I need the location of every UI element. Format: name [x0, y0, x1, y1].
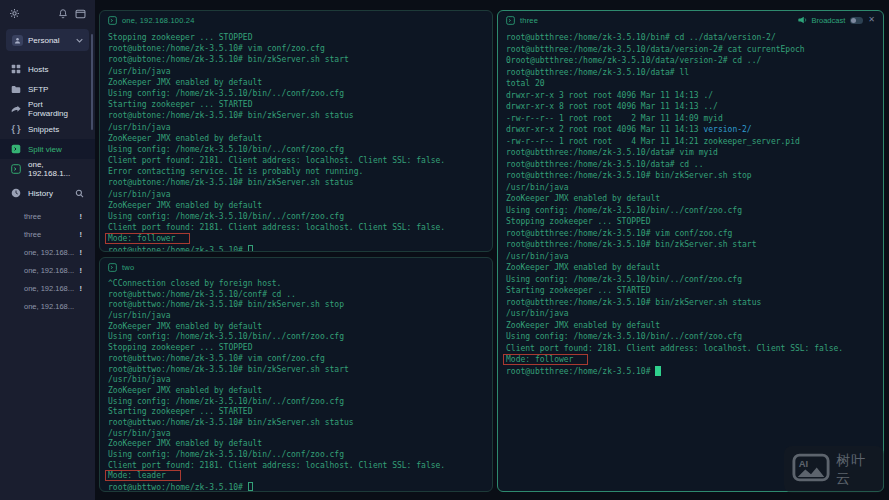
terminal-line: Using config: /home/zk-3.5.10/bin/../con… — [108, 211, 484, 222]
terminal-line: Starting zookeeper ... STARTED — [108, 99, 484, 110]
terminal-line: ^CConnection closed by foreign host. — [108, 279, 484, 290]
terminal-line: Mode: follower — [506, 354, 875, 366]
sftp-folder-icon — [11, 85, 21, 94]
terminal-line: root@ubtthree:/home/zk-3.5.10# bin/zkSer… — [506, 239, 875, 251]
history-item[interactable]: three! — [0, 225, 95, 243]
terminal-pane-three[interactable]: three Broadcast ✕ root@ubtthree:/home/zk… — [497, 10, 884, 492]
terminal-line: root@ubtthree:/home/zk-3.5.10/data# vim … — [506, 147, 875, 159]
history-item-label: three — [24, 230, 41, 239]
port-forwarding-icon — [11, 105, 21, 114]
terminal-line: root@ubtone:/home/zk-3.5.10# — [108, 245, 484, 252]
hosts-icon — [11, 64, 21, 74]
terminal-line: root@ubtthree:/home/zk-3.5.10/data# ll — [506, 67, 875, 79]
sidebar-item-session-one[interactable]: one, 192.168.1... — [0, 159, 95, 179]
sidebar-scrollbar[interactable] — [91, 34, 93, 130]
terminal-line: Starting zookeeper ... STARTED — [506, 285, 875, 297]
sidebar-top-bar — [0, 0, 95, 25]
terminal-output[interactable]: Stopping zookeeper ... STOPPEDroot@ubton… — [100, 29, 492, 252]
search-icon[interactable] — [74, 189, 84, 198]
svg-text:AI: AI — [799, 458, 809, 469]
sidebar-item-history[interactable]: History — [0, 183, 95, 203]
terminal-session-icon — [11, 164, 21, 174]
app-window: Personal Hosts SFTP — [0, 0, 889, 500]
terminal-line: ZooKeeper JMX enabled by default — [108, 200, 484, 211]
terminal-output[interactable]: ^CConnection closed by foreign host.root… — [100, 276, 492, 492]
terminal-line: Using config: /home/zk-3.5.10/bin/../con… — [506, 205, 875, 217]
history-item[interactable]: one, 192.168...! — [0, 279, 95, 297]
close-icon[interactable]: ✕ — [868, 16, 875, 24]
terminal-line: /usr/bin/java — [108, 122, 484, 133]
terminal-line: Mode: leader — [108, 471, 484, 482]
terminal-line: ZooKeeper JMX enabled by default — [506, 193, 875, 205]
sidebar-item-sftp[interactable]: SFTP — [0, 79, 95, 99]
terminal-line: ZooKeeper JMX enabled by default — [506, 262, 875, 274]
terminal-pane-two[interactable]: two ^CConnection closed by foreign host.… — [99, 257, 493, 492]
terminal-prompt-icon — [108, 263, 117, 272]
terminal-line: root@ubttwo:/home/zk-3.5.10/conf# cd .. — [108, 290, 484, 301]
bell-icon[interactable] — [58, 8, 68, 19]
terminal-line: root@ubttwo:/home/zk-3.5.10# vim conf/zo… — [108, 354, 484, 365]
sidebar-item-port-forwarding[interactable]: Port Forwarding — [0, 99, 95, 119]
terminal-line: Client port found: 2181. Client address:… — [108, 222, 484, 233]
terminal-line: 0root@ubtthree:/home/zk-3.5.10/data/vers… — [506, 55, 875, 67]
history-item[interactable]: one, 192.168...! — [0, 243, 95, 261]
history-item-label: one, 192.168... — [24, 302, 74, 311]
sidebar-item-hosts[interactable]: Hosts — [0, 59, 95, 79]
workspace-selector[interactable]: Personal — [6, 29, 89, 51]
terminal-line: root@ubtthree:/home/zk-3.5.10/data/versi… — [506, 44, 875, 56]
terminal-line: /usr/bin/java — [108, 429, 484, 440]
terminal-line: root@ubtthree:/home/zk-3.5.10# — [506, 366, 875, 378]
terminal-line: /usr/bin/java — [108, 375, 484, 386]
terminal-line: /usr/bin/java — [108, 311, 484, 322]
workspace-avatar — [12, 35, 23, 46]
terminal-line: root@ubtthree:/home/zk-3.5.10/data# cd .… — [506, 159, 875, 171]
terminal-line: Stopping zookeeper ... STOPPED — [108, 32, 484, 43]
new-window-icon[interactable] — [75, 9, 86, 19]
terminal-line: ZooKeeper JMX enabled by default — [108, 439, 484, 450]
terminal-line: root@ubttwo:/home/zk-3.5.10# bin/zkServe… — [108, 418, 484, 429]
history-item[interactable]: one, 192.168...! — [0, 261, 95, 279]
sidebar-item-label: Port Forwarding — [28, 100, 84, 118]
watermark-logo-icon: AI — [792, 453, 830, 486]
terminal-line: root@ubttwo:/home/zk-3.5.10# bin/zkServe… — [108, 365, 484, 376]
broadcast-toggle[interactable] — [850, 17, 863, 24]
terminal-line: root@ubtthree:/home/zk-3.5.10# bin/zkSer… — [506, 170, 875, 182]
terminal-line: Using config: /home/zk-3.5.10/bin/../con… — [506, 274, 875, 286]
split-view-icon — [11, 144, 21, 154]
terminal-prompt-icon — [108, 16, 117, 25]
sidebar-item-label: History — [28, 189, 53, 198]
history-item-label: one, 192.168... — [24, 284, 74, 293]
history-item-label: one, 192.168... — [24, 266, 74, 275]
history-item-badge: ! — [80, 266, 83, 275]
terminal-line: /usr/bin/java — [506, 251, 875, 263]
terminal-line: root@ubtone:/home/zk-3.5.10# vim conf/zo… — [108, 43, 484, 54]
workspace-label: Personal — [28, 36, 71, 45]
history-clock-icon — [11, 188, 21, 198]
terminal-line: Mode: follower — [108, 233, 484, 244]
snippets-icon: { } — [11, 124, 21, 134]
terminal-line: root@ubtone:/home/zk-3.5.10# bin/zkServe… — [108, 54, 484, 65]
pane-title: one, 192.168.100.24 — [122, 16, 195, 25]
terminal-line: /usr/bin/java — [506, 182, 875, 194]
terminal-prompt-icon — [506, 16, 515, 25]
sidebar-item-label: Hosts — [28, 65, 48, 74]
sidebar-item-snippets[interactable]: { } Snippets — [0, 119, 95, 139]
history-item[interactable]: one, 192.168... — [0, 297, 95, 315]
terminal-line: ZooKeeper JMX enabled by default — [108, 133, 484, 144]
history-item-badge: ! — [80, 284, 83, 293]
terminal-pane-one[interactable]: one, 192.168.100.24 Stopping zookeeper .… — [99, 10, 493, 252]
terminal-line: Using config: /home/zk-3.5.10/bin/../con… — [108, 144, 484, 155]
pane-title: two — [122, 263, 134, 272]
terminal-line: root@ubttwo:/home/zk-3.5.10# — [108, 482, 484, 492]
terminal-line: ZooKeeper JMX enabled by default — [108, 77, 484, 88]
pane-header: two — [100, 258, 492, 276]
sidebar-item-split-view[interactable]: Split view — [0, 139, 95, 159]
terminal-output[interactable]: root@ubtthree:/home/zk-3.5.10/bin# cd ..… — [498, 29, 883, 377]
terminal-line: ZooKeeper JMX enabled by default — [506, 320, 875, 332]
history-item[interactable]: three! — [0, 207, 95, 225]
terminal-line: root@ubtthree:/home/zk-3.5.10# bin/zkSer… — [506, 297, 875, 309]
terminal-line: /usr/bin/java — [506, 308, 875, 320]
history-item-label: one, 192.168... — [24, 248, 74, 257]
gear-icon[interactable] — [9, 8, 20, 19]
terminal-line: Client port found: 2181. Client address:… — [506, 343, 875, 355]
